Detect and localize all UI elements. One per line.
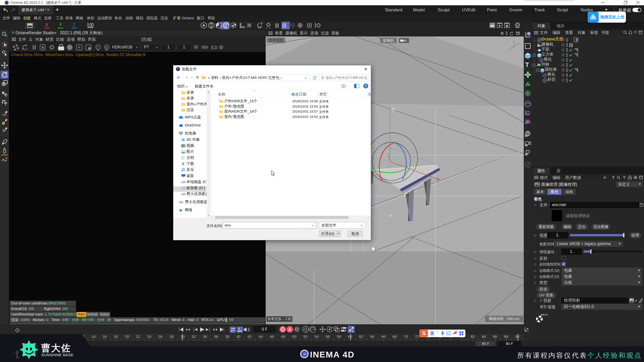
svg-text:ST: ST [526, 135, 528, 137]
svg-text:ST: ST [526, 145, 528, 146]
svg-text:M: M [105, 46, 108, 49]
svg-text:A: A [238, 327, 240, 330]
svg-text:F: F [97, 46, 99, 49]
svg-text:x: x [509, 48, 510, 52]
svg-text:HELP: HELP [541, 313, 548, 316]
svg-text:ST: ST [526, 154, 528, 155]
svg-text:z: z [518, 41, 520, 45]
svg-text:A: A [289, 327, 291, 331]
svg-text:R: R [42, 46, 44, 50]
